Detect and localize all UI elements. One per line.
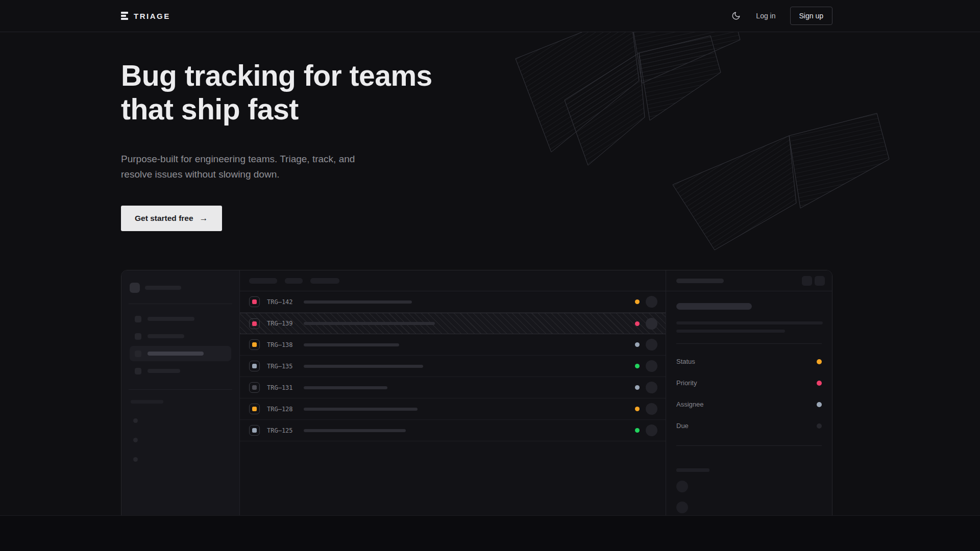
status-checkbox-icon (249, 318, 260, 329)
issue-list-header (240, 270, 666, 291)
sidebar-section-label (131, 400, 163, 404)
issue-id: TRG–128 (267, 406, 299, 413)
logo[interactable]: TRIAGE (121, 12, 170, 20)
assignee-avatar (646, 403, 657, 415)
property-row: Priority (676, 379, 822, 387)
panel-action-button[interactable] (815, 276, 825, 286)
hero-title: Bug tracking for teamsthat ship fast (121, 59, 832, 126)
sidebar-dot (133, 457, 138, 462)
sidebar-item-icon (135, 316, 141, 322)
skeleton-bar (304, 386, 387, 389)
skeleton-bar (148, 334, 184, 338)
workspace-switcher[interactable] (130, 283, 231, 293)
status-checkbox-icon (249, 339, 260, 350)
sidebar-item[interactable] (130, 311, 231, 327)
comment-avatar (676, 502, 688, 513)
issue-id: TRG–135 (267, 363, 299, 370)
property-row: Status (676, 358, 822, 365)
logo-text: TRIAGE (134, 12, 170, 20)
workspace-avatar (130, 283, 140, 293)
skeleton-line (676, 321, 823, 324)
issue-row[interactable]: TRG–128 (240, 398, 666, 420)
footer (0, 515, 980, 551)
status-dot (635, 364, 640, 368)
status-dot (635, 342, 640, 347)
skeleton-bar (148, 352, 204, 356)
issue-id: TRG–125 (267, 427, 299, 434)
mockup-sidebar (121, 270, 240, 517)
issue-row[interactable]: TRG–142 (240, 291, 666, 313)
assignee-avatar (646, 382, 657, 393)
skeleton-bar (304, 322, 435, 325)
status-dot (635, 321, 640, 326)
status-checkbox-icon (249, 296, 260, 307)
arrow-right-icon: → (200, 213, 208, 223)
cta-label: Get started free (135, 214, 193, 223)
skeleton-bar (145, 286, 181, 290)
status-dot (635, 385, 640, 390)
skeleton-bar (304, 343, 399, 346)
status-value-dot (817, 359, 822, 364)
sidebar-item[interactable] (130, 363, 231, 379)
issue-id: TRG–139 (267, 320, 299, 327)
tab-placeholder (310, 278, 339, 284)
hero-title-line2: that ship fast (121, 93, 299, 126)
sidebar-item-icon (135, 350, 141, 357)
divider (676, 445, 822, 446)
login-link[interactable]: Log in (756, 12, 775, 20)
due-value-dot (817, 423, 822, 429)
tab-placeholder (285, 278, 303, 284)
assignee-value-dot (817, 402, 822, 407)
get-started-button[interactable]: Get started free → (121, 206, 222, 231)
issue-row-selected[interactable]: TRG–139 (240, 313, 666, 334)
signup-button[interactable]: Sign up (790, 7, 832, 25)
skeleton-bar (148, 369, 180, 373)
status-dot (635, 428, 640, 433)
sidebar-item-active[interactable] (130, 346, 231, 361)
hero-title-line1: Bug tracking for teams (121, 59, 432, 92)
assignee-avatar (646, 360, 657, 372)
assignee-avatar (646, 424, 657, 436)
issue-id: TRG–142 (267, 298, 299, 306)
status-checkbox-icon (249, 382, 260, 393)
divider (129, 304, 232, 304)
moon-icon (731, 11, 741, 20)
sidebar-dot (133, 438, 138, 442)
skeleton-bar (676, 468, 709, 472)
status-checkbox-icon (249, 425, 260, 436)
theme-toggle-button[interactable] (730, 10, 742, 21)
status-checkbox-icon (249, 404, 260, 414)
top-nav: TRIAGE Log in Sign up (0, 0, 980, 32)
comment-avatar (676, 481, 688, 492)
issue-title-skeleton (676, 303, 752, 310)
panel-action-button[interactable] (802, 276, 812, 286)
skeleton-bar (304, 365, 423, 368)
issue-id: TRG–131 (267, 384, 299, 391)
issue-row[interactable]: TRG–125 (240, 420, 666, 441)
issue-list: TRG–142 TRG–139 TRG–138 TRG–135 (240, 270, 666, 517)
tab-placeholder (249, 278, 277, 284)
status-dot (635, 407, 640, 411)
property-label: Status (676, 358, 695, 365)
app-mockup: TRG–142 TRG–139 TRG–138 TRG–135 (121, 270, 832, 518)
assignee-avatar (646, 296, 657, 308)
panel-header (666, 270, 832, 291)
property-label: Priority (676, 379, 697, 387)
issue-row[interactable]: TRG–138 (240, 334, 666, 356)
status-checkbox-icon (249, 361, 260, 371)
skeleton-bar (148, 317, 194, 321)
property-label: Due (676, 422, 689, 430)
issue-row[interactable]: TRG–131 (240, 377, 666, 398)
divider (129, 389, 232, 390)
divider (676, 343, 822, 344)
skeleton-bar (304, 300, 412, 304)
sidebar-item[interactable] (130, 329, 231, 344)
property-label: Assignee (676, 400, 703, 408)
issue-id: TRG–138 (267, 341, 299, 348)
assignee-avatar (646, 318, 657, 330)
skeleton-bar (304, 429, 406, 432)
assignee-avatar (646, 339, 657, 350)
issue-row[interactable]: TRG–135 (240, 356, 666, 377)
hero-section: Bug tracking for teamsthat ship fast Pur… (121, 32, 832, 231)
status-dot (635, 299, 640, 304)
